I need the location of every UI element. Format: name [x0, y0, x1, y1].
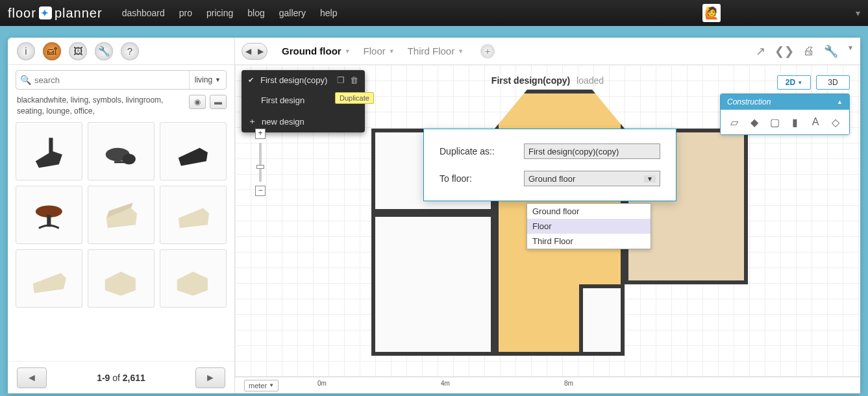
nav-pro[interactable]: pro — [179, 8, 192, 18]
construction-header[interactable]: Construction ▲ — [721, 94, 849, 110]
chevron-down-icon[interactable]: ▼ — [345, 48, 351, 55]
zoom-control: + − — [254, 129, 266, 196]
delete-icon[interactable]: 🗑 — [350, 75, 358, 85]
design-name: First design(copy) — [491, 75, 570, 86]
floor-select-list: Ground floor Floor Third Floor — [527, 203, 651, 249]
library-panel: i 🛋 🖼 🔧 ? 🔍 living ▼ blackandwhite, livi… — [8, 38, 235, 393]
chevron-down-icon: ▼ — [644, 175, 656, 182]
history-nav: ◀ ▶ — [242, 43, 267, 60]
zoom-out-button[interactable]: − — [255, 186, 266, 196]
duplicate-icon[interactable]: ❐ — [337, 75, 345, 85]
canvas-area: ◀ ▶ Ground floor▼ Floor▼ Third Floor▼ + … — [235, 38, 860, 393]
top-nav: floor ✦ planner dashboard pro pricing bl… — [0, 0, 868, 26]
floor-select[interactable]: Ground floor ▼ — [524, 171, 660, 186]
pager-of: of — [112, 373, 120, 383]
list-item[interactable] — [88, 122, 155, 180]
ruler-unit-select[interactable]: meter▼ — [244, 380, 279, 391]
view-2d-icon[interactable]: ▬ — [210, 95, 227, 109]
duplicate-name-label: Duplicate as:: — [440, 146, 517, 156]
redo-button[interactable]: ▶ — [254, 43, 267, 59]
duplicate-floor-label: To floor: — [440, 173, 517, 184]
avatar[interactable]: 🙋 — [702, 4, 721, 22]
construction-panel: Construction ▲ ▱ ◆ ▢ ▮ A ◇ — [720, 93, 850, 135]
text-tool-icon[interactable]: A — [807, 114, 823, 130]
user-menu-caret[interactable]: ▾ — [856, 8, 860, 18]
ruler-marks: 0m 4m 8m — [279, 377, 860, 393]
svg-marker-12 — [105, 271, 136, 295]
logo-text-left: floor — [8, 6, 36, 21]
floor-option[interactable]: Floor — [527, 219, 651, 234]
design-item-current[interactable]: First design(copy) ❐ 🗑 — [242, 70, 365, 90]
svg-rect-4 — [114, 161, 128, 163]
design-status: loaded — [577, 75, 604, 86]
svg-marker-13 — [177, 271, 208, 295]
photo-icon[interactable]: 🖼 — [69, 42, 87, 60]
floor-tabs: Ground floor▼ Floor▼ Third Floor▼ + — [282, 44, 495, 58]
list-item[interactable] — [160, 186, 227, 244]
svg-marker-5 — [179, 147, 208, 166]
thumbnail-grid — [8, 122, 234, 308]
user-area[interactable]: 🙋 ▾ — [702, 4, 860, 22]
view-2d-button[interactable]: 2D ▼ — [777, 75, 811, 90]
workspace: i 🛋 🖼 🔧 ? 🔍 living ▼ blackandwhite, livi… — [8, 38, 860, 393]
pager-total: 2,611 — [123, 373, 145, 383]
svg-marker-10 — [179, 208, 209, 228]
nav-blog[interactable]: blog — [247, 8, 264, 18]
list-item[interactable] — [16, 249, 82, 308]
zoom-track[interactable] — [259, 143, 262, 182]
furniture-icon[interactable]: 🛋 — [43, 42, 61, 60]
list-item[interactable] — [16, 186, 82, 244]
logo-text-right: planner — [55, 6, 103, 21]
view-3d-icon[interactable]: ◉ — [189, 95, 206, 109]
search-input[interactable] — [34, 75, 189, 85]
pager-text: 1-9 of 2,611 — [97, 373, 145, 383]
search-filter[interactable]: living ▼ — [189, 71, 226, 89]
nav-dashboard[interactable]: dashboard — [122, 8, 165, 18]
chevron-down-icon[interactable]: ▼ — [389, 48, 395, 55]
chevron-down-icon[interactable]: ▼ — [847, 44, 854, 58]
wall-tool-icon[interactable]: ▱ — [726, 114, 742, 130]
floor-option[interactable]: Ground floor — [527, 204, 651, 219]
list-item[interactable] — [160, 249, 227, 308]
floor-option[interactable]: Third Floor — [527, 234, 651, 249]
settings-icon[interactable]: 🔧 — [824, 44, 838, 58]
list-item[interactable] — [16, 122, 82, 180]
tag-list[interactable]: blackandwhite, living, symbols, livingro… — [8, 92, 189, 122]
share-icon[interactable]: ❮❯ — [775, 44, 794, 58]
list-item[interactable] — [160, 122, 227, 180]
list-item[interactable] — [88, 249, 155, 308]
view-3d-button[interactable]: 3D — [816, 75, 850, 90]
tab-third-floor[interactable]: Third Floor▼ — [408, 44, 464, 58]
zoom-in-button[interactable]: + — [255, 129, 266, 139]
zoom-thumb[interactable] — [256, 165, 264, 169]
door-tool-icon[interactable]: ▮ — [787, 114, 803, 130]
list-item[interactable] — [88, 186, 155, 244]
tools-icon[interactable]: 🔧 — [95, 42, 113, 60]
chevron-down-icon: ▼ — [215, 77, 221, 83]
nav-help[interactable]: help — [320, 8, 337, 18]
tab-ground-floor[interactable]: Ground floor▼ — [282, 44, 351, 58]
canvas-tools: ↗ ❮❯ 🖨 🔧 ▼ — [756, 44, 854, 58]
info-icon[interactable]: i — [17, 42, 35, 60]
undo-button[interactable]: ◀ — [242, 43, 254, 59]
tab-floor[interactable]: Floor▼ — [364, 44, 395, 58]
dimension-tool-icon[interactable]: ◇ — [828, 114, 844, 130]
canvas-toolbar: ◀ ▶ Ground floor▼ Floor▼ Third Floor▼ + … — [235, 38, 860, 65]
help-icon[interactable]: ? — [121, 42, 139, 60]
search-bar: 🔍 living ▼ — [16, 70, 227, 90]
prev-page-button[interactable]: ◄ — [17, 367, 47, 388]
duplicate-name-input[interactable] — [524, 143, 660, 159]
export-icon[interactable]: ↗ — [756, 44, 765, 58]
nav-pricing[interactable]: pricing — [206, 8, 233, 18]
window-tool-icon[interactable]: ▢ — [767, 114, 783, 130]
add-floor-button[interactable]: + — [480, 44, 495, 58]
nav-gallery[interactable]: gallery — [279, 8, 306, 18]
chevron-down-icon[interactable]: ▼ — [458, 48, 464, 55]
svg-rect-1 — [49, 138, 53, 155]
print-icon[interactable]: 🖨 — [803, 44, 815, 58]
app-logo[interactable]: floor ✦ planner — [8, 6, 103, 21]
floor-tool-icon[interactable]: ◆ — [746, 114, 762, 130]
collapse-icon[interactable]: ▲ — [837, 99, 843, 105]
next-page-button[interactable]: ► — [195, 367, 225, 388]
filter-label: living — [195, 75, 212, 84]
